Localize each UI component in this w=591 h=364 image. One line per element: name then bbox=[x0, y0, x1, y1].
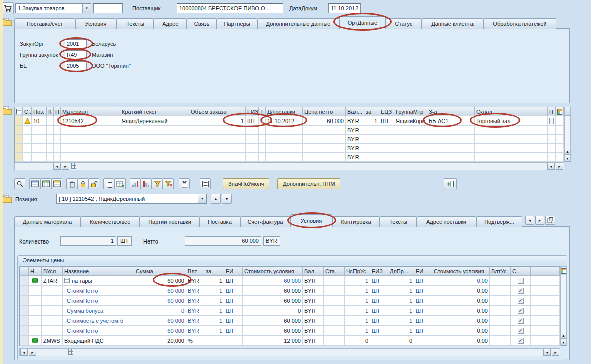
header-tab[interactable]: Условия bbox=[75, 18, 116, 29]
cell[interactable] bbox=[364, 126, 379, 135]
header-tab[interactable]: Поставка/счет bbox=[14, 18, 75, 29]
col-header[interactable]: П bbox=[548, 107, 556, 116]
cond-value-currency-cell[interactable]: BYR bbox=[303, 276, 324, 286]
row-selector[interactable] bbox=[20, 296, 29, 306]
net-currency-field[interactable]: BYR bbox=[263, 236, 280, 246]
row-checkbox[interactable] bbox=[549, 118, 554, 124]
col-header[interactable]: за bbox=[204, 267, 224, 276]
cond-denominator-uom-cell[interactable] bbox=[414, 336, 432, 346]
col-header[interactable]: Влт bbox=[186, 267, 204, 276]
copy-icon[interactable] bbox=[103, 178, 114, 189]
cond-amount-cell[interactable]: 60 000 bbox=[134, 276, 186, 286]
cell-pm[interactable] bbox=[548, 116, 556, 126]
condition-checkbox[interactable] bbox=[518, 308, 524, 314]
settings-icon[interactable] bbox=[114, 178, 126, 189]
cell-delivery-date[interactable]: 11.10.2012 bbox=[266, 116, 303, 126]
col-header[interactable]: ВУсл bbox=[42, 267, 63, 276]
cond-amount-cell[interactable]: 60 000 bbox=[134, 296, 186, 306]
cond-status-cell[interactable] bbox=[324, 336, 345, 346]
cell[interactable] bbox=[394, 153, 427, 162]
cell[interactable] bbox=[427, 135, 475, 144]
scroll-left-icon[interactable]: ◄ bbox=[543, 349, 551, 356]
cell[interactable] bbox=[246, 135, 259, 144]
cond-denominator-cell[interactable]: 1 bbox=[388, 326, 414, 336]
cond-type-cell[interactable]: ZMWS bbox=[42, 336, 63, 346]
cond-value2-currency-cell[interactable] bbox=[490, 336, 511, 346]
cond-numerator-uom-cell[interactable]: ШТ bbox=[370, 286, 388, 296]
scrollbar-grip[interactable] bbox=[68, 349, 73, 355]
cond-type-cell[interactable]: ZTAR bbox=[42, 276, 63, 286]
cond-value2-currency-cell[interactable] bbox=[490, 326, 511, 336]
cond-value-cell[interactable]: 0 bbox=[243, 306, 303, 316]
item-tab[interactable]: Условия bbox=[290, 214, 332, 227]
header-tab[interactable]: ОргДанные bbox=[339, 16, 386, 29]
col-header[interactable]: ВлтУс bbox=[490, 267, 511, 276]
cond-type-cell[interactable] bbox=[42, 296, 63, 306]
cond-value-cell[interactable]: 60 000 bbox=[243, 276, 303, 286]
cond-numerator-cell[interactable]: 1 bbox=[345, 296, 370, 306]
cell[interactable] bbox=[266, 135, 303, 144]
item-overview-icon[interactable] bbox=[40, 178, 51, 189]
row-selector[interactable] bbox=[20, 336, 29, 346]
cond-value2-currency-cell[interactable] bbox=[490, 316, 511, 326]
cell[interactable] bbox=[32, 126, 47, 135]
col-header[interactable]: Склад bbox=[475, 107, 548, 116]
col-header[interactable]: Стоимость условия bbox=[243, 267, 303, 276]
col-header[interactable]: ГруппаМтр bbox=[394, 107, 427, 116]
cond-amount-cell[interactable]: 60 000 bbox=[134, 326, 186, 336]
quantity-unit-field[interactable]: ШТ bbox=[117, 236, 132, 246]
cond-value-currency-cell[interactable]: BYR bbox=[303, 336, 324, 346]
col-header[interactable]: Поз. bbox=[32, 107, 47, 116]
cond-value2-currency-cell[interactable] bbox=[490, 276, 511, 286]
cond-value2-cell[interactable]: 0,00 bbox=[432, 326, 490, 336]
conditions-vertical-scrollbar[interactable]: ▲ ▼ bbox=[560, 266, 567, 346]
header-tab[interactable]: Тексты bbox=[116, 18, 154, 29]
org-field-input[interactable]: 2001 bbox=[65, 39, 87, 48]
cond-per-cell[interactable]: 1 bbox=[204, 326, 224, 336]
quantity-field[interactable]: 1 bbox=[60, 236, 116, 246]
conditions-list-icon[interactable] bbox=[200, 178, 211, 189]
cell[interactable] bbox=[120, 144, 189, 153]
chevron-down-icon[interactable]: ▼ bbox=[82, 4, 91, 13]
row-selector[interactable] bbox=[15, 126, 23, 135]
items-horizontal-scrollbar[interactable]: ◄ ► ◄ ► bbox=[14, 162, 564, 170]
col-header[interactable]: Ста... bbox=[324, 267, 345, 276]
cond-type-cell[interactable] bbox=[42, 306, 63, 316]
cond-amount-cell[interactable]: 60 000 bbox=[134, 316, 186, 326]
col-header[interactable]: за bbox=[364, 107, 379, 116]
cell-material[interactable]: 1210542 bbox=[61, 116, 120, 126]
cell[interactable] bbox=[61, 135, 120, 144]
cond-currency-cell[interactable]: BYR bbox=[186, 286, 204, 296]
cell[interactable] bbox=[47, 126, 54, 135]
cond-value-cell[interactable]: 12 000 bbox=[243, 336, 303, 346]
cond-numerator-cell[interactable]: 1 bbox=[345, 326, 370, 336]
cond-value-currency-cell[interactable]: BYR bbox=[303, 326, 324, 336]
cond-numerator-uom-cell[interactable]: ШТ bbox=[370, 296, 388, 306]
cond-value2-currency-cell[interactable] bbox=[490, 296, 511, 306]
cond-value2-currency-cell[interactable] bbox=[490, 306, 511, 316]
cell[interactable] bbox=[259, 153, 266, 162]
cond-numerator-uom-cell[interactable] bbox=[370, 336, 388, 346]
cond-uom-cell[interactable]: ШТ bbox=[224, 296, 243, 306]
cell[interactable] bbox=[427, 144, 475, 153]
row-selector[interactable] bbox=[20, 286, 29, 296]
cond-value-cell[interactable]: 60 000 bbox=[243, 326, 303, 336]
cell[interactable] bbox=[548, 135, 556, 144]
tabs-scroll-left-icon[interactable]: ◄ bbox=[525, 216, 534, 225]
cell[interactable] bbox=[32, 144, 47, 153]
row-selector[interactable] bbox=[20, 276, 29, 286]
cell[interactable] bbox=[266, 153, 303, 162]
cond-per-cell[interactable] bbox=[204, 336, 224, 346]
col-header[interactable]: Название bbox=[63, 267, 134, 276]
col-header[interactable]: Цена нетто bbox=[303, 107, 346, 116]
condition-row[interactable]: СтоимНетто 60 000 BYR 1 ШТ 60 000 BYR 1 … bbox=[20, 296, 560, 306]
cell[interactable] bbox=[259, 135, 266, 144]
cond-numerator-cell[interactable]: 1 bbox=[345, 306, 370, 316]
cell[interactable] bbox=[475, 135, 548, 144]
cell-quantity[interactable]: 1 bbox=[189, 116, 246, 126]
cond-denominator-uom-cell[interactable]: ШТ bbox=[414, 276, 432, 286]
cond-value-currency-cell[interactable]: BYR bbox=[303, 316, 324, 326]
col-header[interactable]: Сумма bbox=[134, 267, 186, 276]
header-tab[interactable]: Данные клиента bbox=[422, 18, 483, 29]
cell[interactable] bbox=[475, 153, 548, 162]
